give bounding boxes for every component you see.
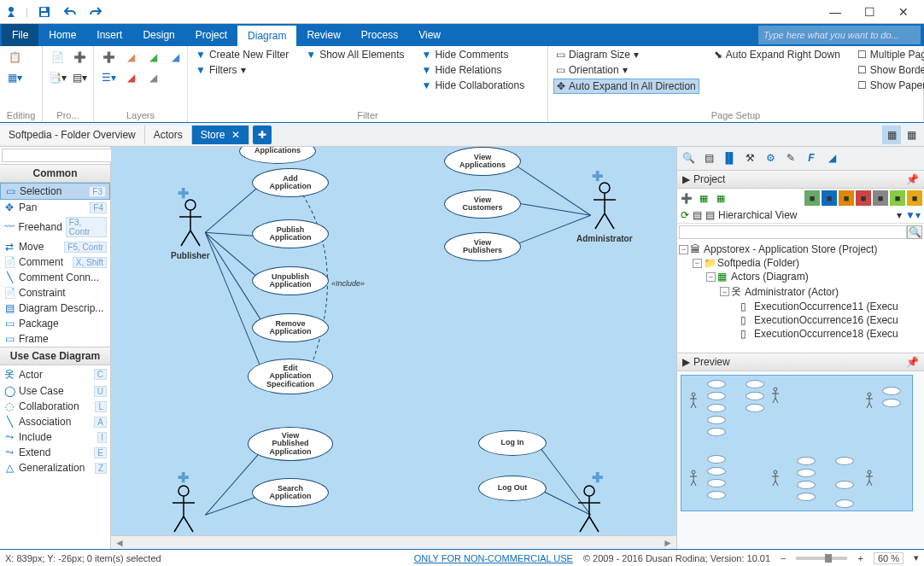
tool-comment[interactable]: 📄CommentX, Shift xyxy=(0,254,110,270)
tab-actors[interactable]: Actors xyxy=(145,125,192,144)
uc-unpublish-application[interactable]: Unpublish Application xyxy=(252,266,329,295)
proj-icon[interactable]: ■ xyxy=(839,190,854,206)
view-selector[interactable]: Hierarchical View▾ xyxy=(718,209,902,221)
actor-bottom-left[interactable] xyxy=(171,484,196,535)
expander-icon[interactable]: − xyxy=(679,245,688,254)
tool-diagram-desc[interactable]: ▤Diagram Descrip... xyxy=(0,301,110,316)
proj-icon[interactable]: ■ xyxy=(856,190,871,206)
expander-icon[interactable]: − xyxy=(693,259,702,268)
menu-home[interactable]: Home xyxy=(38,24,86,46)
uc-edit-application-spec[interactable]: Edit Application Specification xyxy=(248,359,333,394)
layer5-icon[interactable]: ◢ xyxy=(166,48,184,67)
redo-icon[interactable] xyxy=(86,3,105,21)
rticon[interactable]: ⚒ xyxy=(740,149,759,167)
orientation-button[interactable]: ▭Orientation ▾ xyxy=(553,63,699,77)
tool-selection[interactable]: ▭SelectionF3 xyxy=(0,183,110,200)
expander-icon[interactable]: − xyxy=(706,272,716,282)
multiple-pages-button[interactable]: ☐Multiple Pages xyxy=(855,48,924,61)
actor-administrator[interactable]: Administrator xyxy=(576,181,633,243)
zoom-in-button[interactable]: + xyxy=(857,553,863,563)
tool-pan[interactable]: ✥PanF4 xyxy=(0,200,110,215)
menu-design[interactable]: Design xyxy=(132,24,184,46)
show-paper-button[interactable]: ☐Show Paper xyxy=(855,79,924,92)
zoom-out-button[interactable]: − xyxy=(781,553,786,563)
show-all-button[interactable]: ▼Show All Elements xyxy=(303,48,406,61)
tellme-search[interactable]: Type here what you want to do... xyxy=(758,26,921,44)
diagram-canvas[interactable]: ✚ ✚ ✚ ✚ Publisher Administrator Applicat… xyxy=(111,147,676,535)
preview-canvas[interactable] xyxy=(677,371,924,549)
menu-project[interactable]: Project xyxy=(185,24,237,46)
tool-actor[interactable]: 옷ActorC xyxy=(0,365,110,383)
layer2-icon[interactable]: ◢ xyxy=(121,68,140,87)
uc-view-publishers[interactable]: View Publishers xyxy=(444,232,521,261)
docs-icon[interactable]: 📑▾ xyxy=(48,68,67,87)
rticon[interactable]: ✎ xyxy=(781,149,800,167)
actor-publisher[interactable]: Publisher xyxy=(171,198,210,260)
layers-icon[interactable]: ☰▾ xyxy=(99,68,118,87)
auto-expand-all-button[interactable]: ✥Auto Expand In All Direction xyxy=(553,79,699,94)
uc-remove-application[interactable]: Remove Application xyxy=(252,313,329,342)
plus-green-icon[interactable]: ➕ xyxy=(70,48,89,67)
tool-comment-conn[interactable]: ╲Comment Conn... xyxy=(0,270,110,285)
proj-add-icon[interactable]: ➕ xyxy=(679,190,694,206)
layer-add-icon[interactable]: ➕ xyxy=(99,48,118,67)
hide-collab-button[interactable]: ▼Hide Collaborations xyxy=(419,79,528,92)
filter-icon[interactable]: ▼▾ xyxy=(905,209,921,221)
view-icon[interactable]: ▤ xyxy=(705,209,715,221)
rticon[interactable]: F xyxy=(802,149,821,167)
tool-freehand[interactable]: 〰FreehandF3, Contr xyxy=(0,215,110,239)
tool-package[interactable]: ▭Package xyxy=(0,316,110,331)
maximize-button[interactable]: ☐ xyxy=(852,1,886,23)
tool-association[interactable]: ╲AssociationA xyxy=(0,414,110,429)
toolbox-search[interactable] xyxy=(2,149,123,162)
hide-relations-button[interactable]: ▼Hide Relations xyxy=(419,63,528,77)
auto-expand-rd-button[interactable]: ⬊Auto Expand Right Down xyxy=(711,48,843,61)
menu-review[interactable]: Review xyxy=(296,24,350,46)
uc-applications[interactable]: Applications xyxy=(239,147,316,164)
menu-file[interactable]: File xyxy=(2,24,38,46)
tab-overview[interactable]: Softpedia - Folder Overview xyxy=(0,125,145,144)
paste-icon[interactable]: ▦▾ xyxy=(5,68,24,87)
uc-view-customers[interactable]: View Customers xyxy=(444,190,521,219)
close-tab-icon[interactable]: ✕ xyxy=(231,129,240,141)
rticon[interactable]: ◢ xyxy=(822,149,841,167)
tool-constraint[interactable]: 📄Constraint xyxy=(0,285,110,301)
proj-icon[interactable]: ■ xyxy=(804,190,820,206)
proj-icon[interactable]: ■ xyxy=(873,190,888,206)
rticon[interactable]: 🔍 xyxy=(679,149,698,167)
uc-search-application[interactable]: Search Application xyxy=(252,478,329,507)
panel-icon[interactable]: ▦ xyxy=(902,125,921,144)
actor-bottom-right[interactable] xyxy=(576,484,602,535)
tool-usecase[interactable]: ◯Use CaseU xyxy=(0,383,110,399)
project-tree[interactable]: −🏛Appstorex - Application Store (Project… xyxy=(677,241,924,353)
proj-icon[interactable]: ■ xyxy=(822,190,837,206)
uc-login[interactable]: Log In xyxy=(478,430,547,456)
search-icon[interactable]: 🔍 xyxy=(907,225,922,239)
menu-process[interactable]: Process xyxy=(351,24,408,46)
tab-store[interactable]: Store✕ xyxy=(192,125,250,144)
copy-icon[interactable]: 📋 xyxy=(5,48,24,67)
plus-hint-icon[interactable]: ✚ xyxy=(175,470,190,485)
uc-publish-application[interactable]: Publish Application xyxy=(252,219,329,248)
save-icon[interactable] xyxy=(35,3,54,21)
refresh-icon[interactable]: ⟳ xyxy=(681,209,689,221)
tool-move[interactable]: ⇄MoveF5, Contr xyxy=(0,239,110,254)
layer4-icon[interactable]: ◢ xyxy=(143,68,162,87)
rticon[interactable]: ▐▌ xyxy=(720,149,739,167)
pin-icon[interactable]: 📌 xyxy=(906,173,919,185)
add-tab-button[interactable]: ✚ xyxy=(253,125,272,144)
close-button[interactable]: ✕ xyxy=(886,1,921,23)
menu-view[interactable]: View xyxy=(408,24,451,46)
tool-collaboration[interactable]: ◌CollaborationL xyxy=(0,399,110,414)
uc-add-application[interactable]: Add Application xyxy=(252,168,329,197)
view-icon[interactable]: ▤ xyxy=(693,209,702,221)
show-borders-button[interactable]: ☐Show Borders xyxy=(855,63,924,77)
proj-icon[interactable]: ▦ xyxy=(713,190,728,206)
tool-frame[interactable]: ▭Frame xyxy=(0,331,110,347)
project-search[interactable] xyxy=(679,225,907,239)
expander-icon[interactable]: − xyxy=(720,287,729,296)
doc-icon[interactable]: 📄 xyxy=(48,48,67,67)
proj-icon[interactable]: ▦ xyxy=(696,190,711,206)
zoom-value[interactable]: 60 % xyxy=(874,552,904,564)
license-link[interactable]: ONLY FOR NON-COMMERCIAL USE xyxy=(414,553,573,563)
